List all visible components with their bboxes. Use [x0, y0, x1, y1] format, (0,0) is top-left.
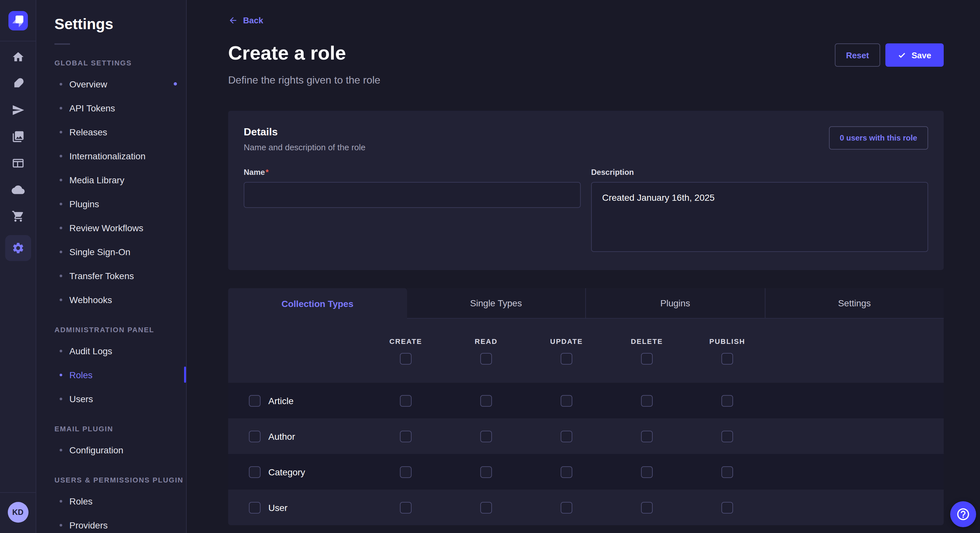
required-asterisk: *: [266, 168, 268, 177]
settings-gear-icon[interactable]: [5, 235, 31, 261]
user-publish-checkbox[interactable]: [721, 501, 733, 513]
article-delete-checkbox[interactable]: [641, 395, 653, 406]
sidebar-item-single-sign-on[interactable]: Single Sign-On: [36, 240, 186, 263]
save-label: Save: [912, 50, 931, 60]
category-publish-checkbox[interactable]: [721, 466, 733, 477]
user-update-checkbox[interactable]: [561, 501, 572, 513]
permissions-tabs: Collection Types Single Types Plugins Se…: [228, 288, 944, 319]
sidebar-item-roles-up[interactable]: Roles: [36, 489, 186, 513]
tab-settings[interactable]: Settings: [765, 288, 944, 319]
select-all-update-checkbox[interactable]: [561, 353, 572, 364]
table-row-user: User: [228, 490, 944, 525]
select-all-read-checkbox[interactable]: [480, 353, 492, 364]
sidebar-item-overview[interactable]: Overview: [36, 72, 186, 96]
sidebar-item-media-library[interactable]: Media Library: [36, 168, 186, 192]
article-publish-checkbox[interactable]: [721, 395, 733, 406]
table-row-category: Category: [228, 454, 944, 490]
section-label-email-plugin: EMAIL PLUGIN: [54, 425, 186, 433]
user-delete-checkbox[interactable]: [641, 501, 653, 513]
user-read-checkbox[interactable]: [480, 501, 492, 513]
category-update-checkbox[interactable]: [561, 466, 572, 477]
tab-plugins[interactable]: Plugins: [585, 288, 765, 319]
logo-area: [0, 0, 36, 41]
reset-button[interactable]: Reset: [835, 43, 880, 67]
name-field-group: Name*: [244, 168, 581, 254]
author-delete-checkbox[interactable]: [641, 430, 653, 442]
sidebar-item-internationalization[interactable]: Internationalization: [36, 144, 186, 168]
layout-icon[interactable]: [10, 155, 25, 171]
sidebar-item-releases[interactable]: Releases: [36, 120, 186, 144]
name-input[interactable]: [244, 182, 581, 208]
table-row-author: Author: [228, 418, 944, 454]
users-with-role-button[interactable]: 0 users with this role: [829, 126, 928, 150]
media-gallery-icon[interactable]: [10, 129, 25, 144]
category-create-checkbox[interactable]: [400, 466, 412, 477]
row-select-checkbox[interactable]: [249, 466, 261, 477]
details-title: Details: [244, 126, 366, 138]
category-delete-checkbox[interactable]: [641, 466, 653, 477]
sidebar-item-webhooks[interactable]: Webhooks: [36, 287, 186, 311]
select-all-publish-checkbox[interactable]: [721, 353, 733, 364]
tab-collection-types[interactable]: Collection Types: [228, 288, 407, 319]
save-button[interactable]: Save: [885, 43, 944, 67]
name-label: Name*: [244, 168, 581, 177]
divider: [54, 43, 70, 45]
back-link[interactable]: Back: [228, 16, 263, 25]
page-subtitle: Define the rights given to the role: [228, 75, 944, 86]
select-all-delete-checkbox[interactable]: [641, 353, 653, 364]
section-label-users-permissions-plugin: USERS & PERMISSIONS PLUGIN: [54, 476, 186, 484]
sidebar-item-api-tokens[interactable]: API Tokens: [36, 96, 186, 120]
author-create-checkbox[interactable]: [400, 430, 412, 442]
row-select-checkbox[interactable]: [249, 430, 261, 442]
cloud-icon[interactable]: [10, 182, 25, 198]
user-avatar[interactable]: KD: [8, 502, 28, 523]
sidebar-item-transfer-tokens[interactable]: Transfer Tokens: [36, 263, 186, 287]
select-all-create-checkbox[interactable]: [400, 353, 412, 364]
bullet-icon: [60, 274, 62, 277]
strapi-logo[interactable]: [8, 11, 27, 30]
author-update-checkbox[interactable]: [561, 430, 572, 442]
cart-icon[interactable]: [10, 209, 25, 224]
permissions-table-header: CREATE READ UPDATE DELETE: [228, 319, 944, 383]
user-create-checkbox[interactable]: [400, 501, 412, 513]
article-read-checkbox[interactable]: [480, 395, 492, 406]
details-card: Details Name and description of the role…: [228, 111, 944, 270]
bullet-icon: [60, 154, 62, 157]
description-textarea[interactable]: [591, 182, 928, 252]
row-select-checkbox[interactable]: [249, 395, 261, 406]
sidebar-item-users[interactable]: Users: [36, 387, 186, 411]
tab-single-types[interactable]: Single Types: [407, 288, 585, 319]
author-publish-checkbox[interactable]: [721, 430, 733, 442]
arrow-left-icon: [228, 16, 238, 25]
question-icon: [956, 507, 970, 521]
row-select-checkbox[interactable]: [249, 501, 261, 513]
home-icon[interactable]: [10, 49, 25, 65]
description-field-group: Description: [591, 168, 928, 254]
rail-icon-list: [5, 41, 31, 492]
article-update-checkbox[interactable]: [561, 395, 572, 406]
logo-glyph: [15, 15, 23, 23]
category-read-checkbox[interactable]: [480, 466, 492, 477]
column-update: UPDATE: [526, 319, 607, 383]
table-row-article: Article: [228, 383, 944, 418]
article-create-checkbox[interactable]: [400, 395, 412, 406]
sidebar-item-plugins[interactable]: Plugins: [36, 192, 186, 216]
sidebar-item-configuration[interactable]: Configuration: [36, 438, 186, 462]
help-button[interactable]: [950, 501, 976, 527]
details-subtitle: Name and description of the role: [244, 143, 366, 152]
column-delete: DELETE: [607, 319, 687, 383]
send-icon[interactable]: [10, 102, 25, 118]
author-read-checkbox[interactable]: [480, 430, 492, 442]
feather-icon[interactable]: [10, 76, 25, 91]
bullet-icon: [60, 500, 62, 502]
check-icon: [898, 51, 907, 59]
sidebar-item-audit-logs[interactable]: Audit Logs: [36, 339, 186, 363]
settings-sidebar: Settings GLOBAL SETTINGS Overview API To…: [36, 0, 187, 533]
section-label-administration-panel: ADMINISTRATION PANEL: [54, 326, 186, 333]
sidebar-item-roles-admin[interactable]: Roles: [36, 363, 186, 387]
sidebar-item-providers[interactable]: Providers: [36, 513, 186, 533]
bullet-icon: [60, 349, 62, 352]
row-label-cell: Category: [228, 466, 366, 477]
sidebar-title: Settings: [54, 16, 186, 33]
sidebar-item-review-workflows[interactable]: Review Workflows: [36, 216, 186, 240]
